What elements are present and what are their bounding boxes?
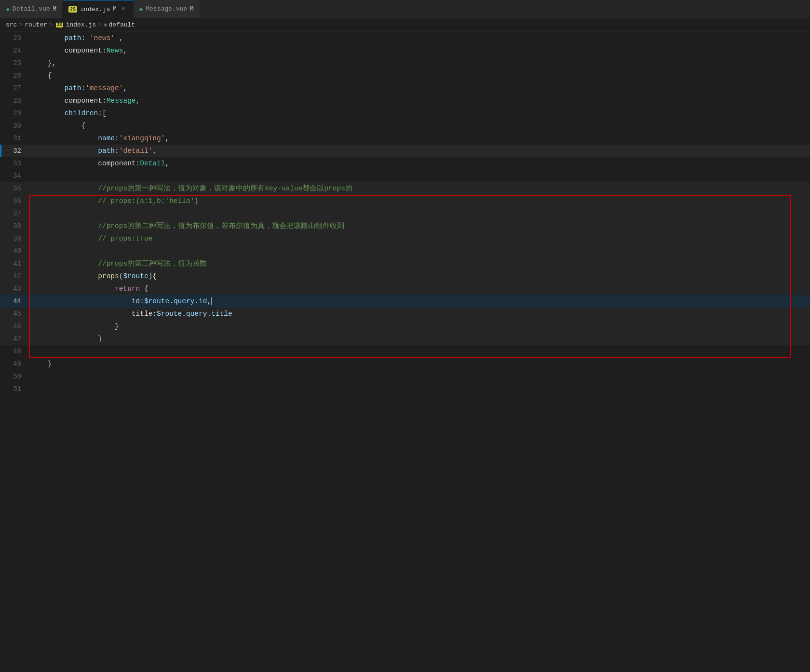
code-line-30: 30 { — [0, 120, 810, 132]
code-line-29: 29 children:[ — [0, 107, 810, 120]
line-content-35: //props的第一种写法，值为对象，该对象中的所有key-value都会以pr… — [29, 182, 810, 195]
code-line-28: 28 component:Message, — [0, 94, 810, 107]
bc-default-icon: ⊕ — [104, 22, 107, 28]
code-line-33: 33 component:Detail, — [0, 157, 810, 170]
bc-default[interactable]: default — [109, 21, 135, 28]
code-line-25: 25 }, — [0, 57, 810, 69]
tab-modified-detail: M — [53, 6, 56, 13]
code-line-44: 44 id:$route.query.id, — [0, 295, 810, 308]
line-content-25: }, — [29, 57, 810, 69]
line-num-48: 48 — [0, 345, 29, 358]
line-num-36: 36 — [0, 195, 29, 207]
line-num-47: 47 — [0, 333, 29, 345]
tab-detail-vue[interactable]: ◈ Detail.vue M — [0, 0, 63, 18]
tab-close-index[interactable]: × — [120, 5, 127, 13]
line-num-43: 43 — [0, 282, 29, 295]
line-content-24: component:News, — [29, 44, 810, 57]
bc-sep-1: > — [19, 21, 23, 28]
line-num-42: 42 — [0, 270, 29, 282]
line-num-37: 37 — [0, 207, 29, 220]
code-line-45: 45 title:$route.query.title — [0, 308, 810, 320]
line-num-35: 35 — [0, 182, 29, 195]
line-content-26: { — [29, 69, 810, 82]
code-line-49: 49 } — [0, 358, 810, 370]
line-num-38: 38 — [0, 220, 29, 232]
tab-message-vue[interactable]: ◈ Message.vue M — [134, 0, 200, 18]
active-line-indicator-32 — [0, 145, 1, 157]
bc-sep-2: > — [49, 21, 53, 28]
bc-router[interactable]: router — [25, 21, 47, 28]
line-content-32: path:'detail', — [29, 145, 810, 157]
code-line-43: 43 return { — [0, 282, 810, 295]
line-content-42: props($route){ — [29, 270, 810, 282]
line-num-27: 27 — [0, 82, 29, 94]
line-content-39: // props:true — [29, 232, 810, 245]
line-content-31: name:'xiangqing', — [29, 132, 810, 145]
tab-modified-index: M — [113, 6, 116, 13]
code-line-35: 35 //props的第一种写法，值为对象，该对象中的所有key-value都会… — [0, 182, 810, 195]
line-content-33: component:Detail, — [29, 157, 810, 170]
vue-icon-message: ◈ — [139, 5, 143, 13]
line-content-23: path: 'news' , — [29, 32, 810, 44]
line-num-41: 41 — [0, 257, 29, 270]
line-num-30: 30 — [0, 120, 29, 132]
line-num-26: 26 — [0, 69, 29, 82]
line-num-24: 24 — [0, 44, 29, 57]
code-line-46: 46 } — [0, 320, 810, 333]
code-line-40: 40 — [0, 245, 810, 257]
tab-index-js[interactable]: JS index.js M × — [63, 0, 134, 18]
code-line-50: 50 — [0, 370, 810, 383]
code-line-47: 47 } — [0, 333, 810, 345]
line-content-46: } — [29, 320, 810, 333]
line-num-44: 44 — [0, 295, 29, 308]
line-content-49: } — [29, 358, 810, 370]
line-content-43: return { — [29, 282, 810, 295]
code-line-38: 38 //props的第二种写法，值为布尔值，若布尔值为真，就会把该路由组件收到 — [0, 220, 810, 232]
code-line-51: 51 — [0, 383, 810, 395]
code-line-39: 39 // props:true — [0, 232, 810, 245]
tab-modified-message: M — [190, 6, 193, 13]
line-content-27: path:'message', — [29, 82, 810, 94]
editor: 23 path: 'news' , 24 component:News, 25 … — [0, 32, 810, 672]
vue-icon-detail: ◈ — [6, 5, 10, 13]
bc-src[interactable]: src — [6, 21, 17, 28]
breadcrumb: src > router > JS index.js > ⊕ default — [0, 18, 810, 32]
line-num-25: 25 — [0, 57, 29, 69]
line-content-47: } — [29, 333, 810, 345]
bc-indexjs[interactable]: index.js — [66, 21, 96, 28]
line-content-28: component:Message, — [29, 94, 810, 107]
bc-sep-3: > — [98, 21, 102, 28]
line-content-36: // props:{a:1,b:'hello'} — [29, 195, 810, 207]
code-area: 23 path: 'news' , 24 component:News, 25 … — [0, 32, 810, 672]
code-line-23: 23 path: 'news' , — [0, 32, 810, 44]
bc-js-icon: JS — [56, 23, 63, 27]
line-num-34: 34 — [0, 170, 29, 182]
line-num-46: 46 — [0, 320, 29, 333]
tab-label-index: index.js — [80, 6, 110, 13]
line-num-50: 50 — [0, 370, 29, 383]
line-content-44: id:$route.query.id, — [29, 295, 810, 308]
line-num-28: 28 — [0, 94, 29, 107]
line-num-23: 23 — [0, 32, 29, 44]
code-line-27: 27 path:'message', — [0, 82, 810, 94]
line-content-38: //props的第二种写法，值为布尔值，若布尔值为真，就会把该路由组件收到 — [29, 220, 810, 232]
code-line-42: 42 props($route){ — [0, 270, 810, 282]
code-line-36: 36 // props:{a:1,b:'hello'} — [0, 195, 810, 207]
line-num-33: 33 — [0, 157, 29, 170]
line-content-45: title:$route.query.title — [29, 308, 810, 320]
tab-bar: ◈ Detail.vue M JS index.js M × ◈ Message… — [0, 0, 810, 18]
code-line-31: 31 name:'xiangqing', — [0, 132, 810, 145]
line-num-29: 29 — [0, 107, 29, 120]
line-num-51: 51 — [0, 383, 29, 395]
code-line-48: 48 — [0, 345, 810, 358]
code-line-32: 32 path:'detail', — [0, 145, 810, 157]
text-cursor — [211, 297, 212, 305]
line-num-32: 32 — [0, 145, 29, 157]
line-content-30: { — [29, 120, 810, 132]
line-num-39: 39 — [0, 232, 29, 245]
code-line-34: 34 — [0, 170, 810, 182]
line-num-45: 45 — [0, 308, 29, 320]
line-content-29: children:[ — [29, 107, 810, 120]
tab-label-detail: Detail.vue — [13, 5, 50, 13]
line-num-40: 40 — [0, 245, 29, 257]
